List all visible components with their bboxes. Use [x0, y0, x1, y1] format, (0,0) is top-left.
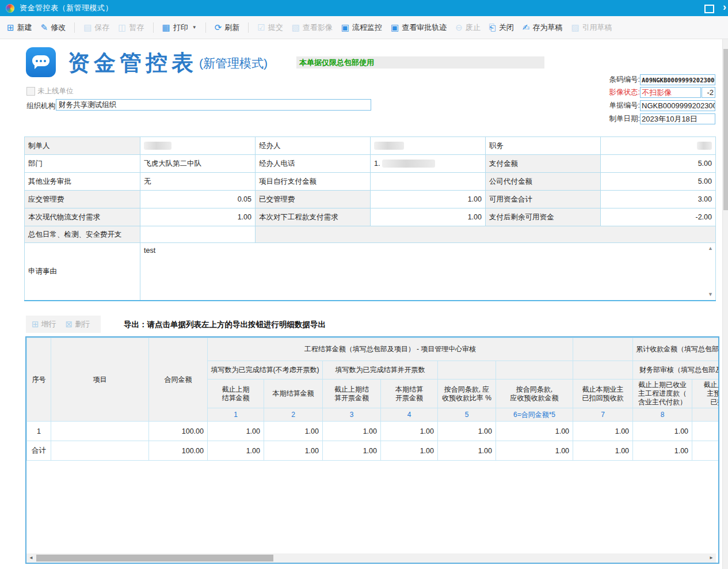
other-approval-value[interactable]: 无: [140, 173, 256, 191]
image-status-field: 不扫影像: [640, 87, 701, 98]
doc-date-label: 制单日期:: [599, 114, 640, 124]
delete-row-icon: ⊠: [66, 319, 73, 329]
value-cell[interactable]: 1.00: [438, 422, 496, 441]
value-cell[interactable]: 1.00: [323, 422, 381, 441]
value-cell[interactable]: [692, 422, 719, 441]
subcontract-demand-value[interactable]: 1.00: [371, 208, 486, 226]
project-self-pay-value[interactable]: [371, 173, 486, 191]
abolish-label: 废止: [466, 22, 481, 33]
general-expense-label: 总包日常、检测、安全费开支: [25, 226, 140, 243]
scroll-up-icon[interactable]: ▲: [708, 246, 713, 251]
col-project-header: 项目: [51, 338, 149, 422]
scroll-down-icon[interactable]: ▼: [708, 292, 713, 297]
horizontal-scrollbar[interactable]: ◄ ►: [26, 553, 716, 563]
doc-date-field[interactable]: 2023年10月18日: [640, 113, 715, 124]
table-row: 1 100.00 1.00 1.00 1.00 1.00 1.00 1.00 1…: [27, 422, 720, 441]
abolish-button[interactable]: ⊖废止: [455, 22, 481, 33]
toolbar-separator: [205, 22, 206, 33]
value-cell[interactable]: 1.00: [208, 422, 264, 441]
position-label: 职务: [486, 137, 601, 155]
available-funds-label: 可用资金合计: [486, 191, 601, 208]
handler-phone-label: 经办人电话: [256, 155, 371, 173]
print-dropdown-icon[interactable]: ▼: [192, 25, 197, 30]
value-cell[interactable]: 1.00: [264, 422, 323, 441]
value-cell[interactable]: 1.00: [573, 422, 633, 441]
available-funds-value[interactable]: 3.00: [601, 191, 716, 208]
temp-save-button[interactable]: ◫暂存: [118, 22, 144, 33]
form-row: 本次现代物流支付需求 1.00 本次对下工程款支付需求 1.00 支付后剩余可用…: [25, 208, 716, 226]
save-draft-button[interactable]: ✍存为草稿: [523, 22, 563, 33]
department-value[interactable]: 飞虎大队第二中队: [140, 155, 256, 173]
totals-value-cell: 1.00: [323, 441, 381, 461]
refresh-icon: ⟳: [215, 23, 222, 32]
approval-trace-button[interactable]: ▣查看审批轨迹: [391, 22, 447, 33]
scroll-right-icon[interactable]: ►: [707, 553, 716, 563]
org-field[interactable]: 财务共享测试组织: [56, 99, 371, 111]
scrollbar-thumb[interactable]: [723, 49, 728, 210]
view-image-button[interactable]: ▧查看影像: [292, 22, 333, 33]
mgmt-fee-due-value[interactable]: 0.05: [140, 191, 256, 208]
close-doc-label: 关闭: [499, 22, 514, 33]
barcode-field[interactable]: A09NGKB00099992023000: [640, 74, 715, 85]
payment-amount-value[interactable]: 5.00: [601, 155, 716, 173]
temp-save-icon: ◫: [118, 23, 126, 32]
value-cell[interactable]: 1.00: [381, 422, 438, 441]
view-image-label: 查看影像: [303, 22, 333, 33]
app-window: 资金管控表（新管理模式） › ⊞新建 ✎修改 ▤保存 ◫暂存 ▦打印▼ ⟳刷新 …: [0, 0, 728, 569]
general-expense-value[interactable]: [140, 226, 256, 243]
contract-cell[interactable]: 100.00: [149, 422, 208, 441]
cite-draft-icon: ▨: [571, 23, 579, 32]
print-icon: ▦: [162, 23, 170, 32]
print-button[interactable]: ▦打印▼: [162, 22, 197, 33]
scrollbar-thumb[interactable]: [36, 555, 273, 562]
modify-button[interactable]: ✎修改: [41, 22, 66, 33]
maker-label: 制单人: [25, 137, 140, 155]
close-doc-button[interactable]: ⎗关闭: [489, 22, 514, 33]
totals-value-cell: [692, 441, 719, 461]
empty-subheader: [438, 361, 496, 380]
offline-unit-checkbox[interactable]: [26, 87, 35, 96]
print-label: 打印: [173, 22, 188, 33]
remaining-funds-value[interactable]: -2.00: [601, 208, 716, 226]
reason-textarea[interactable]: test ▲ ▼: [140, 243, 716, 301]
close-button[interactable]: ›: [723, 1, 728, 13]
export-note: 导出：请点击单据列表左上方的导出按钮进行明细数据导出: [124, 320, 326, 330]
logistics-demand-value[interactable]: 1.00: [140, 208, 256, 226]
usage-notice: 本单据仅限总包部使用: [296, 56, 544, 69]
totals-value-cell: 1.00: [438, 441, 496, 461]
submit-button[interactable]: ☑提交: [257, 22, 283, 33]
formula-cell: 8: [633, 408, 692, 422]
maker-value[interactable]: [140, 137, 256, 155]
settlement-group-header: 工程结算金额（填写总包部及项目） - 项目管理中心审核: [208, 338, 573, 361]
redacted-text: [382, 160, 435, 168]
col-no-header: 序号: [27, 338, 51, 422]
mgmt-fee-paid-value[interactable]: 1.00: [371, 191, 486, 208]
project-cell[interactable]: [51, 422, 149, 441]
handler-phone-value[interactable]: 1.: [371, 155, 486, 173]
reason-label: 申请事由: [25, 243, 140, 301]
main-form-table: 制单人 经办人 职务 部门 飞虎大队第二中队 经办人电话 1. 支付金额 5.0…: [24, 136, 716, 301]
vertical-scrollbar[interactable]: [722, 39, 728, 569]
new-button[interactable]: ⊞新建: [7, 22, 32, 33]
handler-value[interactable]: [371, 137, 486, 155]
settled-no-invoice-header: 填写数为已完成结算(不考虑开票数): [208, 361, 323, 380]
col-header: 本期结算 开票金额: [381, 380, 438, 408]
totals-row: 合计 100.00 1.00 1.00 1.00 1.00 1.00 1.00 …: [27, 441, 720, 461]
add-row-button[interactable]: ⊞增行: [32, 319, 56, 329]
value-cell[interactable]: 1.00: [633, 422, 692, 441]
save-button[interactable]: ▤保存: [83, 22, 109, 33]
subcontract-demand-label: 本次对下工程款支付需求: [256, 208, 371, 226]
position-value[interactable]: [601, 137, 716, 155]
cite-draft-button[interactable]: ▨引用草稿: [571, 22, 612, 33]
flow-monitor-button[interactable]: ▣流程监控: [341, 22, 382, 33]
company-pay-value[interactable]: 5.00: [601, 173, 716, 191]
delete-row-button[interactable]: ⊠删行: [66, 319, 90, 329]
doc-no-field[interactable]: NGKB00099992023000: [640, 100, 715, 111]
refresh-button[interactable]: ⟳刷新: [215, 22, 240, 33]
redacted-text: [144, 142, 171, 150]
form-row: 制单人 经办人 职务: [25, 137, 716, 155]
scroll-left-icon[interactable]: ◄: [26, 553, 36, 563]
maximize-button[interactable]: [704, 5, 714, 13]
value-cell[interactable]: 1.00: [496, 422, 573, 441]
empty-subheader: [573, 361, 633, 380]
